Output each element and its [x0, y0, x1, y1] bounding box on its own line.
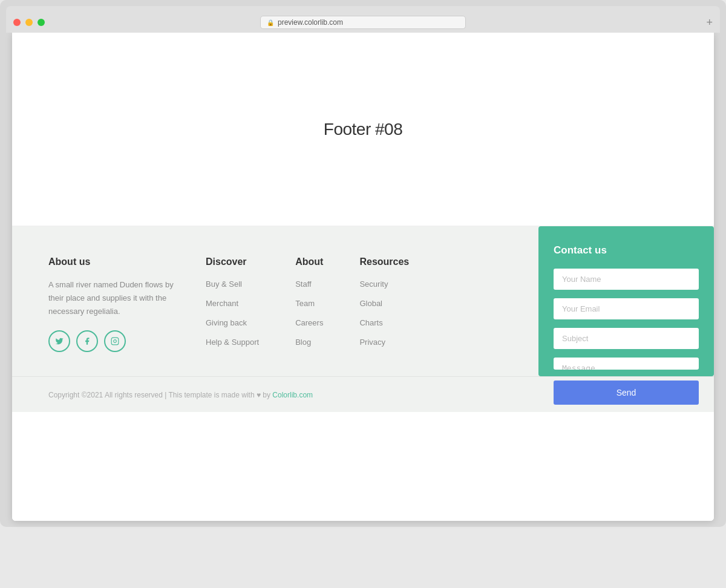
facebook-icon[interactable]: [76, 330, 98, 352]
about-list: Staff Team Careers Blog: [295, 278, 323, 347]
giving-back-link[interactable]: Giving back: [206, 318, 247, 327]
about-description: A small river named Duden flows by their…: [48, 278, 182, 318]
list-item: Privacy: [359, 336, 409, 347]
about-column: About Staff Team Careers Blog: [295, 256, 323, 352]
team-link[interactable]: Team: [295, 299, 315, 308]
hero-area: Footer #08: [12, 33, 714, 226]
security-link[interactable]: Security: [359, 279, 388, 289]
footer-section: About us A small river named Duden flows…: [12, 226, 714, 376]
page-content: Footer #08 About us A small river named …: [12, 33, 714, 521]
buy-sell-link[interactable]: Buy & Sell: [206, 279, 242, 289]
email-input[interactable]: [554, 298, 699, 319]
about-title: About us: [48, 256, 182, 267]
privacy-link[interactable]: Privacy: [359, 338, 385, 347]
list-item: Team: [295, 298, 323, 309]
footer-inner: About us A small river named Duden flows…: [48, 256, 678, 352]
list-item: Charts: [359, 317, 409, 328]
discover-title: Discover: [206, 256, 259, 267]
charts-link[interactable]: Charts: [359, 318, 382, 327]
new-tab-button[interactable]: +: [706, 17, 713, 28]
svg-rect-0: [111, 338, 119, 345]
list-item: Security: [359, 278, 409, 289]
resources-list: Security Global Charts Privacy: [359, 278, 409, 347]
list-item: Merchant: [206, 298, 259, 309]
minimize-button[interactable]: [25, 19, 33, 26]
resources-title: Resources: [359, 256, 409, 267]
twitter-icon[interactable]: [48, 330, 70, 352]
copyright-text: Copyright ©2021 All rights reserved | Th…: [48, 391, 313, 399]
address-bar[interactable]: 🔒 preview.colorlib.com: [260, 16, 466, 29]
send-button[interactable]: Send: [554, 381, 699, 405]
lock-icon: 🔒: [267, 19, 274, 26]
maximize-button[interactable]: [38, 19, 45, 26]
colorlib-link[interactable]: Colorlib.com: [272, 391, 313, 399]
instagram-icon[interactable]: [104, 330, 126, 352]
footer-about-column: About us A small river named Duden flows…: [48, 256, 182, 352]
browser-chrome: 🔒 preview.colorlib.com +: [6, 6, 720, 33]
resources-column: Resources Security Global Charts Privacy: [359, 256, 409, 352]
help-support-link[interactable]: Help & Support: [206, 338, 259, 347]
discover-list: Buy & Sell Merchant Giving back Help & S…: [206, 278, 259, 347]
message-textarea[interactable]: [554, 358, 699, 370]
global-link[interactable]: Global: [359, 299, 382, 308]
about-col-title: About: [295, 256, 323, 267]
name-input[interactable]: [554, 269, 699, 290]
contact-form-panel: Contact us Send: [538, 226, 714, 376]
contact-title: Contact us: [554, 244, 699, 256]
browser-window: Footer #08 About us A small river named …: [12, 33, 714, 521]
list-item: Giving back: [206, 317, 259, 328]
list-item: Help & Support: [206, 336, 259, 347]
page-title: Footer #08: [324, 120, 402, 139]
list-item: Buy & Sell: [206, 278, 259, 289]
url-text: preview.colorlib.com: [278, 18, 343, 27]
careers-link[interactable]: Careers: [295, 318, 323, 327]
social-icons-container: [48, 330, 182, 352]
merchant-link[interactable]: Merchant: [206, 299, 238, 308]
close-button[interactable]: [13, 19, 21, 26]
list-item: Staff: [295, 278, 323, 289]
below-footer-area: [12, 412, 714, 521]
discover-column: Discover Buy & Sell Merchant Giving back…: [206, 256, 259, 352]
list-item: Blog: [295, 336, 323, 347]
staff-link[interactable]: Staff: [295, 279, 312, 289]
subject-input[interactable]: [554, 328, 699, 349]
list-item: Global: [359, 298, 409, 309]
list-item: Careers: [295, 317, 323, 328]
blog-link[interactable]: Blog: [295, 338, 311, 347]
